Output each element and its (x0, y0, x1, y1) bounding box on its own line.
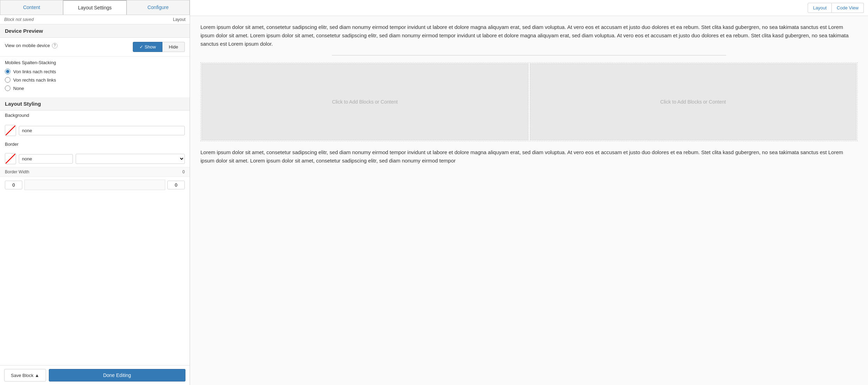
border-field (0, 150, 190, 167)
column-2-placeholder[interactable]: Click to Add Blocks or Content (530, 63, 857, 140)
lorem-text-2: Lorem ipsum dolor sit amet, consetetur s… (200, 148, 858, 165)
background-label: Background (5, 113, 185, 118)
tab-configure[interactable]: Configure (127, 0, 190, 15)
border-color-swatch[interactable] (5, 153, 16, 164)
tab-layout-settings[interactable]: Layout Settings (63, 0, 126, 15)
panel-content: Device Preview View on mobile device ? ✓… (0, 24, 190, 365)
code-view-button[interactable]: Code View (832, 3, 864, 13)
layout-status-label: Layout (173, 17, 185, 22)
border-style-select[interactable] (76, 154, 185, 164)
background-color-swatch[interactable] (5, 125, 16, 136)
right-content: Lorem ipsum dolor sit amet, consetetur s… (190, 16, 868, 385)
border-label: Border (5, 142, 185, 147)
view-on-mobile-label: View on mobile device ? (5, 43, 58, 48)
padding-row (0, 177, 190, 193)
border-width-row: Border Width 0 (0, 167, 190, 177)
border-width-label: Border Width (5, 169, 29, 174)
padding-middle (24, 180, 165, 190)
right-panel: Layout Code View Lorem ipsum dolor sit a… (190, 0, 868, 385)
two-column-layout: Click to Add Blocks or Content Click to … (200, 62, 858, 141)
show-button[interactable]: ✓ Show (133, 42, 162, 52)
show-hide-toggle: ✓ Show Hide (133, 42, 185, 52)
tab-content[interactable]: Content (0, 0, 63, 15)
layout-styling-header: Layout Styling (0, 97, 190, 111)
lorem-text-1: Lorem ipsum dolor sit amet, consetetur s… (200, 23, 858, 48)
stacking-label: Mobiles Spalten-Stacking (0, 56, 190, 65)
block-not-saved-label: Block not saved (4, 17, 34, 22)
device-preview-header: Device Preview (0, 24, 190, 38)
right-toolbar: Layout Code View (190, 0, 868, 16)
background-value-input[interactable] (19, 126, 185, 135)
hide-button[interactable]: Hide (162, 42, 185, 52)
border-value-input[interactable] (19, 154, 73, 164)
bottom-bar: Save Block ▲ Done Editing (0, 365, 190, 385)
save-block-button[interactable]: Save Block ▲ (4, 369, 46, 382)
stacking-option-right-left[interactable]: Von rechts nach links (5, 77, 185, 83)
view-on-mobile-field: View on mobile device ? ✓ Show Hide (0, 38, 190, 56)
padding-right-input[interactable] (167, 181, 185, 189)
border-width-value: 0 (182, 169, 185, 174)
stacking-option-none[interactable]: None (5, 85, 185, 91)
done-editing-button[interactable]: Done Editing (49, 369, 185, 382)
status-bar: Block not saved Layout (0, 15, 190, 24)
stacking-option-left-right[interactable]: Von links nach rechts (5, 69, 185, 74)
column-1-placeholder[interactable]: Click to Add Blocks or Content (201, 63, 528, 140)
left-panel: Content Layout Settings Configure Block … (0, 0, 190, 385)
background-field (0, 121, 190, 139)
stacking-radio-group: Von links nach rechts Von rechts nach li… (0, 65, 190, 97)
help-icon[interactable]: ? (52, 43, 58, 48)
tab-bar: Content Layout Settings Configure (0, 0, 190, 15)
padding-left-input[interactable] (5, 181, 22, 189)
layout-view-button[interactable]: Layout (808, 3, 832, 13)
horizontal-divider (332, 55, 726, 55)
